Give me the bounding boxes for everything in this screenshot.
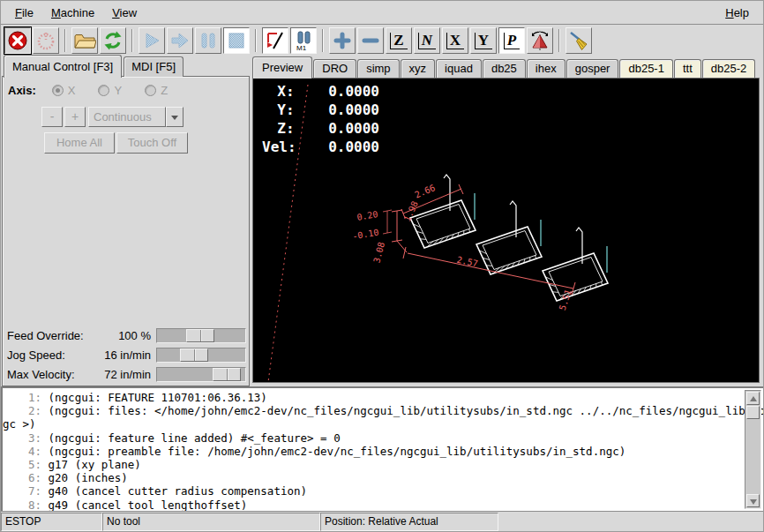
- toolbar-separator: [322, 29, 324, 52]
- preview-canvas[interactable]: 2.57 5.51 3.08 2.66 1.98 0.20 -0.10 X:0.…: [252, 78, 760, 383]
- reload-file-button[interactable]: [100, 27, 126, 54]
- gcode-line-text: g40 (cancel cutter radius compensation): [41, 484, 307, 498]
- toolbar-separator: [64, 29, 66, 52]
- open-file-button[interactable]: [71, 27, 98, 54]
- scroll-thumb[interactable]: [746, 406, 760, 419]
- tab-db25[interactable]: db25: [483, 59, 526, 78]
- tab-iquad[interactable]: iquad: [436, 59, 482, 78]
- skip-lines-toggle[interactable]: [262, 27, 288, 54]
- run-button[interactable]: [139, 27, 165, 54]
- slider-value: 100 %: [71, 329, 151, 342]
- home-all-button[interactable]: Home All: [44, 132, 115, 154]
- tab-manual-control-f3[interactable]: Manual Control [F3]: [4, 55, 122, 78]
- clear-plot-button[interactable]: [566, 27, 592, 54]
- tab-dro[interactable]: DRO: [313, 59, 356, 78]
- touch-off-button[interactable]: Touch Off: [116, 132, 188, 154]
- front-view-y-button[interactable]: Y: [470, 27, 497, 54]
- machine-power-icon: [35, 30, 56, 51]
- scroll-down-arrow[interactable]: [746, 494, 760, 507]
- gcode-line: 1: (ngcgui: FEATURE 110701:06.36.13): [3, 391, 763, 404]
- slider-row-jog-speed: Jog Speed:16 in/min: [5, 347, 247, 364]
- jog-plus-button[interactable]: +: [64, 107, 86, 127]
- zoom-in-icon: [333, 31, 352, 50]
- gcode-listing[interactable]: 1: (ngcgui: FEATURE 110701:06.36.13)2: (…: [1, 386, 764, 513]
- estop-button[interactable]: [4, 27, 31, 54]
- menu-bar: FileMachineView Help: [1, 1, 763, 25]
- gcode-line-text: (ngcgui: preamble file: /home/john/emc2-…: [41, 445, 625, 458]
- step-icon: [170, 31, 190, 50]
- dimension-label-d1: 2.66: [413, 183, 436, 200]
- menu-machine[interactable]: Machine: [42, 3, 103, 23]
- tab-ihex[interactable]: ihex: [527, 59, 566, 78]
- step-button[interactable]: [167, 27, 193, 54]
- gcode-line: 5: g17 (xy plane): [3, 458, 763, 471]
- zoom-out-button[interactable]: [357, 27, 384, 54]
- stop-button[interactable]: [223, 27, 250, 54]
- jog-minus-button[interactable]: -: [41, 107, 63, 127]
- jog-mode-select[interactable]: Continuous: [88, 107, 166, 127]
- machine-power-button[interactable]: [33, 27, 59, 54]
- tab-simp[interactable]: simp: [357, 59, 399, 78]
- pause-button[interactable]: [195, 27, 221, 54]
- stop-icon: [227, 31, 246, 50]
- gcode-line-text: g20 (inches): [41, 471, 128, 484]
- open-folder-icon: [73, 31, 96, 50]
- slider-handle[interactable]: [186, 329, 214, 342]
- skip-lines-icon: [265, 30, 286, 51]
- axis-option-x[interactable]: X: [52, 84, 76, 97]
- scroll-up-arrow[interactable]: [746, 392, 760, 405]
- perspective-view-p-button[interactable]: P: [498, 27, 525, 54]
- tab-ttt[interactable]: ttt: [674, 59, 701, 78]
- axis-label: Axis:: [8, 84, 36, 97]
- gcode-line-number: 4:: [3, 445, 41, 458]
- gcode-line: 6: g20 (inches): [3, 471, 763, 484]
- gcode-line-number: 5:: [3, 458, 41, 471]
- menu-view[interactable]: View: [103, 3, 146, 23]
- tab-db25-1[interactable]: db25-1: [619, 59, 672, 78]
- side-view-x-button[interactable]: X: [442, 27, 468, 54]
- slider-trough[interactable]: [156, 348, 246, 363]
- slider-label: Jog Speed:: [7, 348, 65, 362]
- slider-handle[interactable]: [180, 348, 208, 362]
- tab-mdi-f5[interactable]: MDI [F5]: [124, 56, 184, 77]
- gcode-lines: 1: (ngcgui: FEATURE 110701:06.36.13)2: (…: [3, 391, 763, 512]
- jog-mode-dropdown-arrow-icon[interactable]: [166, 107, 184, 127]
- top-view-z-button[interactable]: Z: [386, 27, 412, 54]
- tab-xyz[interactable]: xyz: [401, 59, 436, 78]
- slider-trough[interactable]: [156, 367, 246, 382]
- axis-option-z[interactable]: Z: [145, 84, 168, 97]
- slider-trough[interactable]: [156, 328, 246, 343]
- slider-handle[interactable]: [213, 368, 241, 381]
- axis-option-label: Z: [161, 84, 168, 97]
- dro-vel: Vel:0.0000: [262, 138, 379, 156]
- slider-group: Feed Override:100 %Jog Speed:16 in/minMa…: [5, 327, 247, 384]
- axis-option-label: Y: [114, 84, 122, 97]
- gcode-line-text: g49 (cancel tool lengthoffset): [41, 498, 247, 512]
- rotate-view-button[interactable]: [527, 27, 553, 54]
- menu-file[interactable]: File: [6, 3, 42, 23]
- optional-stop-m1-toggle[interactable]: M1: [290, 27, 317, 54]
- zoom-out-icon: [361, 31, 380, 50]
- rotated-top-view-n-button[interactable]: N: [414, 27, 440, 54]
- clear-plot-broom-icon: [568, 30, 589, 51]
- slider-row-feed-override: Feed Override:100 %: [5, 327, 247, 345]
- zoom-in-button[interactable]: [329, 27, 356, 54]
- gcode-line-number: 8:: [3, 498, 41, 512]
- menu-help[interactable]: Help: [716, 3, 758, 23]
- tab-preview[interactable]: Preview: [252, 56, 312, 79]
- tab-db25-2[interactable]: db25-2: [702, 59, 755, 78]
- gcode-scrollbar[interactable]: [745, 390, 761, 509]
- gcode-line: 4: (ngcgui: preamble file: /home/john/em…: [3, 445, 763, 458]
- axis-option-y[interactable]: Y: [98, 84, 122, 97]
- dro-z: Z:0.0000: [262, 119, 379, 138]
- axis-selector: Axis: XYZ: [8, 84, 191, 97]
- tab-gosper[interactable]: gosper: [566, 59, 619, 78]
- dro-y: Y:0.0000: [262, 101, 379, 119]
- axis-options: XYZ: [52, 84, 191, 97]
- run-icon: [142, 31, 161, 50]
- gcode-line-text: (ngcgui: feature line added) #<_feature>…: [41, 431, 341, 445]
- status-cell-2: Position: Relative Actual: [320, 513, 498, 531]
- dimension-label-z-top: 0.20: [356, 209, 379, 222]
- radio-z-icon: [145, 85, 156, 96]
- gcode-line-number: 1:: [3, 391, 41, 404]
